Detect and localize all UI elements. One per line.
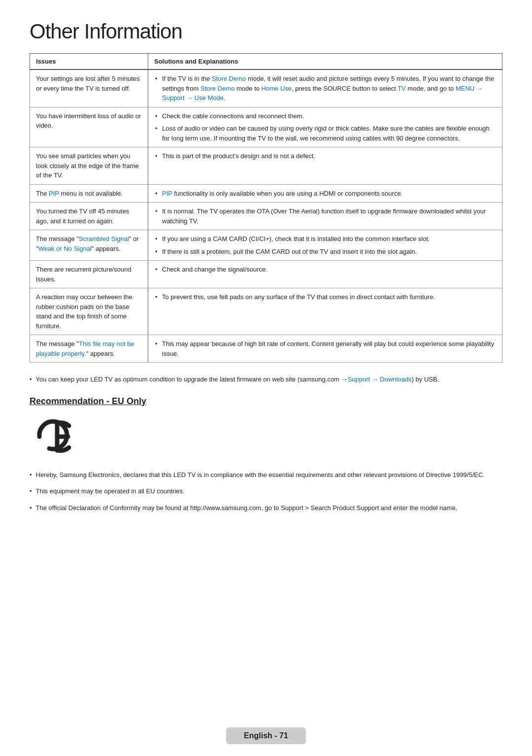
issue-cell: A reaction may occur between the rubber … xyxy=(30,288,148,335)
table-row: Your settings are lost after 5 minutes o… xyxy=(30,69,502,107)
issue-cell: The PIP menu is not available. xyxy=(30,184,148,203)
solution-cell: PIP functionality is only available when… xyxy=(148,184,502,203)
solution-cell: Check and change the signal/source. xyxy=(148,261,502,288)
solution-cell: This may appear because of high bit rate… xyxy=(148,335,502,363)
table-row: The message "Scrambled Signal" or "Weak … xyxy=(30,230,502,261)
firmware-note: You can keep your LED TV as optimum cond… xyxy=(30,375,502,384)
table-row: You have intermittent loss of audio or v… xyxy=(30,107,502,147)
page-title: Other Information xyxy=(30,20,502,43)
issue-cell: You see small particles when you look cl… xyxy=(30,147,148,185)
eu-bullet-3: The official Declaration of Conformity m… xyxy=(30,503,502,513)
solution-cell: Check the cable connections and reconnec… xyxy=(148,107,502,147)
issue-cell: Your settings are lost after 5 minutes o… xyxy=(30,69,148,107)
col-solutions-header: Solutions and Explanations xyxy=(148,54,502,70)
issues-table: Issues Solutions and Explanations Your s… xyxy=(30,53,502,363)
table-row: The PIP menu is not available. PIP funct… xyxy=(30,184,502,203)
solution-cell: If the TV is in the Store Demo mode, it … xyxy=(148,69,502,107)
col-issues-header: Issues xyxy=(30,54,148,70)
recommendation-title: Recommendation - EU Only xyxy=(30,396,502,407)
eu-bullet-1: Hereby, Samsung Electronics, declares th… xyxy=(30,470,502,480)
solution-cell: This is part of the product's design and… xyxy=(148,147,502,185)
solution-cell: To prevent this, use felt pads on any su… xyxy=(148,288,502,335)
issue-cell: You turned the TV off 45 minutes ago, an… xyxy=(30,203,148,230)
eu-bullet-2: This equipment may be operated in all EU… xyxy=(30,486,502,496)
ce-logo xyxy=(30,414,502,460)
table-row: The message "This file may not be playab… xyxy=(30,335,502,363)
footer-bar: English - 71 xyxy=(0,720,532,756)
recommendation-section: Recommendation - EU Only Hereby, Samsung… xyxy=(30,396,502,513)
page-number-badge: English - 71 xyxy=(226,727,306,744)
issue-cell: The message "Scrambled Signal" or "Weak … xyxy=(30,230,148,261)
table-row: A reaction may occur between the rubber … xyxy=(30,288,502,335)
table-row: There are recurrent picture/sound issues… xyxy=(30,261,502,288)
solution-cell: If you are using a CAM CARD (CI/CI+), ch… xyxy=(148,230,502,261)
issue-cell: The message "This file may not be playab… xyxy=(30,335,148,363)
table-row: You see small particles when you look cl… xyxy=(30,147,502,185)
solution-cell: It is normal. The TV operates the OTA (O… xyxy=(148,203,502,230)
ce-logo-svg xyxy=(30,414,89,459)
issue-cell: You have intermittent loss of audio or v… xyxy=(30,107,148,147)
eu-bullets: Hereby, Samsung Electronics, declares th… xyxy=(30,470,502,513)
table-row: You turned the TV off 45 minutes ago, an… xyxy=(30,203,502,230)
issue-cell: There are recurrent picture/sound issues… xyxy=(30,261,148,288)
